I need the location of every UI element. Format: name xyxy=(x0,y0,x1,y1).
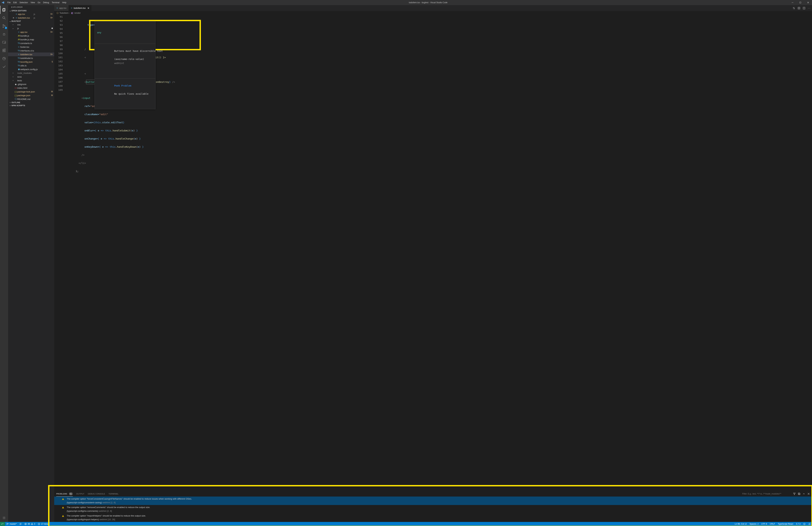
menu-file[interactable]: File xyxy=(6,0,12,5)
panel-tab-terminal[interactable]: TERMINAL xyxy=(108,493,119,495)
panel-tab-output[interactable]: OUTPUT xyxy=(76,493,84,495)
tree-file[interactable]: ⚛app.tsx9+ xyxy=(8,30,54,34)
panel-tab-debug[interactable]: DEBUG CONSOLE xyxy=(88,493,105,495)
menu-help[interactable]: Help xyxy=(61,0,68,5)
tree-file[interactable]: <>index.html xyxy=(8,86,54,90)
status-problems[interactable]: 48 3 xyxy=(23,522,37,526)
activity-settings-icon[interactable] xyxy=(0,514,8,522)
menu-selection[interactable]: Selection xyxy=(18,0,29,5)
tree-folder[interactable]: ›scss xyxy=(8,75,54,78)
status-eol[interactable]: CRLF xyxy=(768,522,777,526)
tree-item-label: bundle.js xyxy=(20,34,53,37)
tab-todoitem[interactable]: ⚛ todoItem.tsx ✕ xyxy=(69,5,92,11)
status-notifications-icon[interactable] xyxy=(807,522,812,526)
panel-tab-problems[interactable]: PROBLEMS 51 xyxy=(56,492,73,495)
outline-header[interactable]: ›OUTLINE xyxy=(8,101,54,104)
tree-file[interactable]: ⚛todoItem.tsx9+ xyxy=(8,53,54,56)
more-actions-icon[interactable]: ··· xyxy=(808,7,811,9)
remote-indicator[interactable] xyxy=(0,522,5,526)
tree-folder[interactable]: ›css xyxy=(8,23,54,26)
tree-item-label: todoModel.ts xyxy=(20,57,53,59)
open-editors-header[interactable]: ⌄OPEN EDITORS xyxy=(8,9,54,12)
menu-edit[interactable]: Edit xyxy=(12,0,18,5)
code-editor[interactable]: 9192939495969798991001011021031041051061… xyxy=(54,15,812,491)
status-sync[interactable] xyxy=(18,522,23,526)
split-editor-grid-icon[interactable] xyxy=(798,7,800,10)
breadcrumb-item[interactable]: TodoItem xyxy=(59,12,69,14)
tree-file[interactable]: ⓘREADME.md xyxy=(8,97,54,101)
tree-file[interactable]: { }package-lock.jsonM xyxy=(8,90,54,93)
svg-point-21 xyxy=(7,523,7,524)
tree-folder[interactable]: ›node_modules xyxy=(8,71,54,75)
svg-point-7 xyxy=(4,26,5,26)
svg-point-22 xyxy=(7,524,7,525)
compare-changes-icon[interactable] xyxy=(793,7,795,10)
breadcrumb-item[interactable]: render xyxy=(74,12,81,14)
problem-row[interactable]: The compiler option "forceConsistentCasi… xyxy=(54,497,812,505)
status-branch[interactable]: master* xyxy=(5,522,18,526)
status-feedback-icon[interactable] xyxy=(802,522,807,526)
peek-problem-link[interactable]: Peek Problem xyxy=(114,84,131,87)
tree-folder[interactable]: ⌄js xyxy=(8,26,54,30)
tree-file[interactable]: TSconstants.ts xyxy=(8,41,54,45)
activity-remote-icon[interactable] xyxy=(0,38,8,46)
npm-scripts-header[interactable]: ›NPM SCRIPTS xyxy=(8,104,54,107)
status-clock[interactable]: 17 mins xyxy=(37,522,49,526)
code-text: onChange= xyxy=(85,137,98,140)
tree-file[interactable]: TStodoModel.ts xyxy=(8,56,54,60)
problems-filter-input[interactable] xyxy=(742,493,789,495)
tree-file[interactable]: ⚛footer.tsx xyxy=(8,45,54,49)
filter-icon[interactable] xyxy=(793,493,796,495)
status-ts-version[interactable]: 3.7.3 xyxy=(795,522,802,526)
close-button[interactable] xyxy=(804,0,812,5)
svg-point-23 xyxy=(8,524,9,524)
tab-app[interactable]: ⚛ app.tsx xyxy=(54,5,69,11)
activity-check-icon[interactable] xyxy=(0,63,8,71)
split-editor-icon[interactable] xyxy=(803,7,806,10)
code-text: ref= xyxy=(85,105,90,107)
code-text: button xyxy=(86,81,95,83)
problem-row[interactable]: The compiler option "removeComments" sho… xyxy=(54,505,812,513)
tree-file[interactable]: ⬢webpack.config.js xyxy=(8,68,54,71)
status-language-mode[interactable]: TypeScript React xyxy=(777,522,795,526)
maximize-button[interactable] xyxy=(796,0,804,5)
menu-go[interactable]: Go xyxy=(36,0,42,5)
activity-scm-icon[interactable]: 3 xyxy=(0,22,8,30)
tree-file[interactable]: TStsconfig.json5 xyxy=(8,60,54,64)
code-text: .state.editText xyxy=(101,121,123,124)
activity-edge-icon[interactable] xyxy=(0,55,8,63)
tree-file[interactable]: { }package.jsonM xyxy=(8,93,54,97)
menu-debug[interactable]: Debug xyxy=(42,0,50,5)
panel-maximize-icon[interactable] xyxy=(802,493,805,495)
status-cursor-position[interactable]: Ln 98, Col 12 xyxy=(734,522,748,526)
tree-file[interactable]: TSinterfaces.d.ts xyxy=(8,49,54,53)
close-editor-icon[interactable]: ✕ xyxy=(12,17,15,19)
activity-explorer-icon[interactable] xyxy=(0,6,8,14)
json-icon: { } xyxy=(14,94,17,97)
menu-view[interactable]: View xyxy=(29,0,36,5)
activity-extensions-icon[interactable] xyxy=(0,46,8,55)
panel-close-icon[interactable] xyxy=(807,493,810,495)
close-tab-icon[interactable]: ✕ xyxy=(87,7,89,10)
menu-terminal[interactable]: Terminal xyxy=(50,0,61,5)
status-encoding[interactable]: UTF-8 xyxy=(760,522,768,526)
activity-debug-icon[interactable] xyxy=(0,30,8,38)
open-editor-todoitem[interactable]: ✕ ⚛ todoItem.tsx js 9+ xyxy=(8,16,54,20)
tree-file[interactable]: TSutils.ts xyxy=(8,64,54,68)
activity-search-icon[interactable] xyxy=(0,14,8,22)
folder-header[interactable]: ⌄BUGTEST xyxy=(8,20,54,23)
tree-file[interactable]: JSbundle.js.map xyxy=(8,38,54,41)
hover-type: any xyxy=(95,29,155,35)
line-number: 107 xyxy=(54,80,63,84)
problem-row[interactable]: The compiler option "importHelpers" shou… xyxy=(54,513,812,522)
breadcrumbs[interactable]: ⬡ TodoItem › ◧ render xyxy=(54,11,812,15)
tree-file[interactable]: JSbundle.js xyxy=(8,34,54,38)
editor-region: ⚛ app.tsx ⚛ todoItem.tsx ✕ ··· ⬡ TodoIte… xyxy=(54,5,812,522)
tree-folder[interactable]: ›tests xyxy=(8,78,54,82)
minimize-button[interactable] xyxy=(788,0,796,5)
status-indentation[interactable]: Spaces: 2 xyxy=(748,522,760,526)
open-editor-app[interactable]: ⚛ app.tsx js 9+ xyxy=(8,12,54,16)
collapse-all-icon[interactable] xyxy=(798,493,800,495)
code-content[interactable]: type="checkbox" / < leEdit() }> < <butto… xyxy=(66,15,812,491)
tree-file[interactable]: ◆.gitignore xyxy=(8,82,54,86)
